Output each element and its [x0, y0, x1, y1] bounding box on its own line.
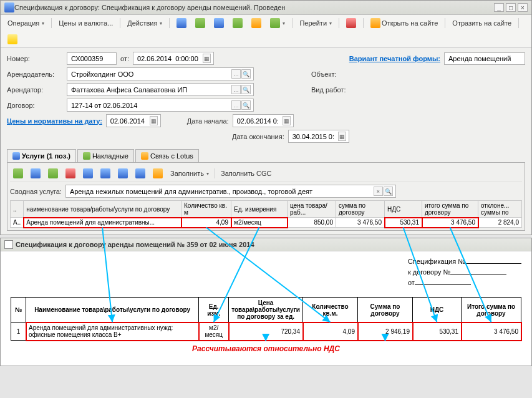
- dtkr-button[interactable]: [343, 16, 359, 30]
- post-icon: [195, 18, 205, 28]
- grid-row[interactable]: А.. Аренда помещений для административны…: [11, 218, 522, 228]
- actions-menu[interactable]: Действия: [124, 17, 165, 29]
- edit-icon: [48, 168, 58, 178]
- icon-button[interactable]: [173, 16, 190, 30]
- grid-toolbar: Заполнить Заполнить CGC: [10, 165, 522, 182]
- norm-date-label[interactable]: Цены и нормативы на дату:: [7, 117, 102, 125]
- icon-button[interactable]: [267, 16, 288, 30]
- up-icon: [83, 168, 93, 178]
- lessor-label: Арендодатель:: [7, 70, 63, 78]
- maximize-button[interactable]: □: [506, 3, 516, 12]
- search-icon[interactable]: 🔍: [384, 187, 393, 196]
- down-icon: [100, 168, 110, 178]
- print-icon: [270, 18, 280, 28]
- main-toolbar: Операция Цены и валюта... Действия Перей…: [1, 15, 531, 48]
- site-icon: [370, 18, 380, 28]
- contract-label: Договор:: [7, 102, 63, 109]
- print-table: № Наименование товара\работы\услуги по д…: [11, 297, 521, 341]
- norm-date-field[interactable]: ▦: [106, 114, 161, 127]
- reflect-site-button[interactable]: Отразить на сайте: [449, 17, 515, 29]
- services-icon: [12, 152, 20, 160]
- icon-button[interactable]: [248, 16, 264, 30]
- calc-note: Рассчитываются относительно НДС: [11, 344, 521, 353]
- number-label: Номер:: [7, 55, 63, 62]
- icon-button[interactable]: [192, 16, 208, 30]
- services-grid: .. наименование товара/работы/услуги по …: [10, 200, 522, 228]
- from-label: от:: [120, 55, 129, 62]
- fillcgc-button[interactable]: Заполнить CGC: [218, 168, 275, 179]
- delete-icon: [65, 168, 75, 178]
- lessor-field[interactable]: …🔍: [67, 67, 254, 80]
- basis-icon: [251, 18, 261, 28]
- doc-icon: [4, 240, 13, 249]
- copy-icon: [31, 168, 41, 178]
- sort-desc-icon: [135, 168, 145, 178]
- search-icon[interactable]: 🔍: [241, 69, 251, 79]
- save-icon: [214, 18, 224, 28]
- icon-button[interactable]: [211, 16, 227, 30]
- summary-label: Сводная услуга:: [10, 188, 62, 195]
- fill-button[interactable]: Заполнить: [167, 168, 212, 179]
- number-field[interactable]: [67, 52, 117, 65]
- lotus-icon: [141, 152, 148, 160]
- prices-button[interactable]: Цены и валюта...: [56, 17, 116, 29]
- calendar-icon[interactable]: ▦: [150, 116, 158, 125]
- print-row: 1 Аренда помещений для административных …: [11, 323, 521, 341]
- help-icon: [7, 34, 17, 44]
- from-field[interactable]: ▦: [133, 52, 214, 65]
- extra-icon: [153, 168, 163, 178]
- start-label: Дата начала:: [187, 117, 229, 125]
- clear-icon[interactable]: ×: [374, 187, 383, 196]
- add-icon: [13, 168, 23, 178]
- contract-field[interactable]: …🔍: [67, 99, 254, 112]
- search-icon[interactable]: 🔍: [241, 85, 251, 94]
- end-field[interactable]: ▦: [288, 130, 349, 143]
- minimize-button[interactable]: _: [494, 3, 504, 12]
- operation-menu[interactable]: Операция: [4, 17, 47, 29]
- printform-field[interactable]: [444, 52, 525, 65]
- lessee-field[interactable]: …🔍: [67, 83, 254, 96]
- titlebar: Спецификация к договору: Спецификация к …: [1, 1, 531, 15]
- select-icon[interactable]: …: [231, 100, 241, 110]
- calendar-icon[interactable]: ▦: [338, 132, 346, 141]
- start-field[interactable]: ▦: [233, 114, 294, 127]
- window-title: Спецификация к договору: Спецификация к …: [14, 4, 492, 11]
- search-icon[interactable]: 🔍: [241, 100, 251, 110]
- lessee-label: Арендатор:: [7, 86, 63, 94]
- printform-label[interactable]: Вариант печатной формы:: [349, 55, 440, 62]
- select-icon[interactable]: …: [231, 69, 241, 79]
- calendar-icon[interactable]: ▦: [203, 54, 211, 63]
- tab-services[interactable]: Услуги (1 поз.): [7, 149, 76, 162]
- icon-button[interactable]: [230, 16, 246, 30]
- sort-asc-icon: [118, 168, 128, 178]
- end-label: Дата окончания:: [232, 133, 284, 140]
- tab-lotus[interactable]: Связь с Lotus: [135, 149, 199, 162]
- select-icon[interactable]: …: [231, 85, 241, 94]
- summary-field[interactable]: ×🔍: [65, 185, 396, 198]
- goto-menu[interactable]: Перейти: [296, 17, 335, 29]
- close-button[interactable]: ×: [518, 3, 528, 12]
- app-icon: [4, 2, 14, 12]
- worktype-label: Вид работ:: [311, 86, 346, 94]
- printform-header: Спецификация № к договору № от: [11, 256, 521, 288]
- printform-title: Спецификация к договору аренды помещений…: [1, 238, 531, 251]
- help-button[interactable]: [4, 32, 21, 46]
- dtkr-icon: [346, 18, 356, 28]
- refresh-icon: [177, 18, 186, 28]
- waybills-icon: [83, 152, 90, 160]
- object-label: Объект:: [311, 70, 337, 78]
- open-site-button[interactable]: Открыть на сайте: [367, 16, 441, 30]
- ok-icon: [233, 18, 243, 28]
- tab-waybills[interactable]: Накладные: [77, 149, 134, 162]
- calendar-icon[interactable]: ▦: [283, 116, 291, 125]
